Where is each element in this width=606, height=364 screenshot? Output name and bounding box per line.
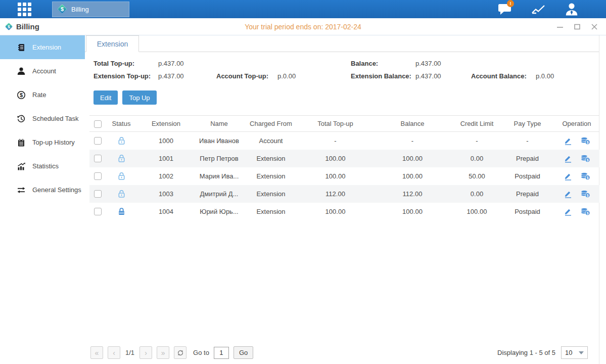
close-button[interactable] [591, 23, 598, 30]
goto-label: Go to [193, 349, 209, 356]
sidebar-item-general-settings[interactable]: General Settings [0, 178, 85, 202]
sidebar-item-topup-history[interactable]: Top-up History [0, 130, 85, 154]
cell-name: Юрий Юрь... [195, 203, 243, 220]
column-header: Balance [372, 116, 453, 132]
svg-text:$: $ [587, 175, 589, 179]
sidebar-item-statistics[interactable]: Statistics [0, 154, 85, 178]
billing-diamond-icon [5, 22, 13, 31]
table-row: 1003Дмитрий Д...Extension112.00112.000.0… [89, 185, 599, 203]
sidebar-item-label: Account [32, 67, 56, 75]
select-all-checkbox[interactable] [94, 120, 102, 128]
account-button[interactable] [564, 2, 580, 16]
lock-open-icon [117, 190, 126, 198]
edit-icon[interactable] [563, 154, 573, 163]
edit-button[interactable]: Edit [94, 90, 118, 105]
topup-icon[interactable]: $ [580, 190, 590, 198]
cell-charged-from: Extension [243, 203, 299, 220]
summary-extension-balance: Extension Balance: p.437.00 [351, 72, 471, 80]
chevron-down-icon [579, 351, 584, 354]
topbar-tab-billing[interactable]: Billing [52, 2, 129, 17]
trial-notice: Your trial period ends on: 2017-02-24 [0, 23, 606, 31]
topbar: Billing ! [0, 0, 606, 18]
column-header: Status [106, 116, 137, 132]
edit-icon[interactable] [563, 207, 573, 216]
edit-icon[interactable] [563, 190, 573, 198]
svg-text:$: $ [587, 140, 589, 144]
cell-balance: 100.00 [372, 203, 453, 220]
goto-page-input[interactable] [214, 347, 229, 359]
svg-text:$: $ [587, 193, 589, 197]
refresh-button[interactable] [174, 346, 187, 359]
summary-value: p.0.00 [536, 72, 554, 80]
minimize-button[interactable] [556, 23, 564, 30]
top-up-button[interactable]: Top Up [122, 90, 156, 105]
cell-name: Мария Ива... [195, 167, 243, 185]
tab-extension[interactable]: Extension [86, 35, 139, 52]
column-header: Name [195, 116, 243, 132]
table-row: 1004Юрий Юрь...Extension100.00100.00100.… [89, 203, 599, 220]
sidebar-item-account[interactable]: Account [0, 59, 85, 83]
topup-icon[interactable]: $ [580, 136, 590, 145]
cell-charged-from: Account [243, 132, 299, 150]
sidebar-item-label: Top-up History [32, 139, 75, 146]
page-size-select[interactable]: 10 [561, 346, 588, 359]
notification-badge: ! [507, 0, 514, 7]
maximize-button[interactable] [574, 23, 581, 30]
cell-extension: 1002 [137, 167, 195, 185]
row-checkbox[interactable] [94, 137, 102, 145]
tab-bar: Extension [85, 35, 599, 52]
row-checkbox[interactable] [94, 208, 102, 215]
column-header: Extension [137, 116, 195, 132]
sidebar-item-scheduled-task[interactable]: Scheduled Task [0, 107, 85, 130]
sidebar-item-label: Scheduled Task [32, 115, 79, 122]
page-indicator: 1/1 [125, 349, 134, 356]
clock-history-icon [17, 114, 26, 123]
topup-icon[interactable]: $ [580, 154, 590, 163]
transfer-arrows-icon [17, 186, 26, 195]
cell-pay-type: Prepaid [501, 150, 554, 167]
cell-credit-limit: 50.00 [453, 167, 501, 185]
summary-label: Account Top-up: [216, 72, 277, 80]
cell-balance: - [372, 132, 453, 150]
edit-icon[interactable] [563, 172, 573, 180]
sidebar-item-extension[interactable]: Extension [0, 35, 85, 59]
summary-value: p.0.00 [277, 72, 296, 80]
summary-panel: Total Top-up: p.437.00 Balance: p.437.00… [94, 60, 599, 80]
cell-pay-type: - [501, 132, 554, 150]
cell-credit-limit: 100.00 [453, 203, 501, 220]
row-checkbox[interactable] [94, 155, 102, 162]
last-page-button[interactable]: » [157, 346, 169, 359]
cell-credit-limit: 0.00 [453, 150, 501, 167]
table-row: 1002Мария Ива...Extension100.00100.0050.… [89, 167, 599, 185]
monitor-button[interactable] [530, 2, 546, 16]
topup-icon[interactable]: $ [580, 172, 590, 180]
person-icon [17, 67, 26, 76]
summary-account-balance: Account Balance: p.0.00 [471, 72, 600, 80]
first-page-button[interactable]: « [90, 346, 103, 359]
cell-charged-from: Extension [243, 185, 299, 203]
row-checkbox[interactable] [94, 190, 102, 198]
lock-open-icon [117, 154, 126, 163]
summary-value: p.437.00 [158, 60, 184, 67]
go-button[interactable]: Go [234, 346, 253, 359]
sidebar-item-label: Statistics [32, 162, 59, 170]
summary-value: p.437.00 [415, 72, 441, 80]
edit-icon[interactable] [563, 136, 573, 145]
svg-text:$: $ [587, 211, 589, 215]
sidebar: Extension Account $ Rate Scheduled Task [0, 35, 85, 364]
cell-extension: 1001 [137, 150, 195, 167]
row-checkbox[interactable] [94, 172, 102, 180]
cell-total-topup: 100.00 [299, 203, 372, 220]
topup-icon[interactable]: $ [580, 207, 590, 216]
topbar-tab-label: Billing [71, 6, 89, 13]
apps-grid-icon[interactable] [18, 3, 31, 16]
next-page-button[interactable]: › [139, 346, 152, 359]
summary-total-topup: Total Top-up: p.437.00 [94, 60, 216, 67]
summary-label: Account Balance: [471, 72, 536, 80]
messages-button[interactable]: ! [497, 2, 513, 16]
prev-page-button[interactable]: ‹ [108, 346, 120, 359]
lock-open-icon [117, 136, 126, 145]
cell-credit-limit: - [453, 132, 501, 150]
sidebar-item-rate[interactable]: $ Rate [0, 83, 85, 107]
user-icon [565, 2, 579, 16]
